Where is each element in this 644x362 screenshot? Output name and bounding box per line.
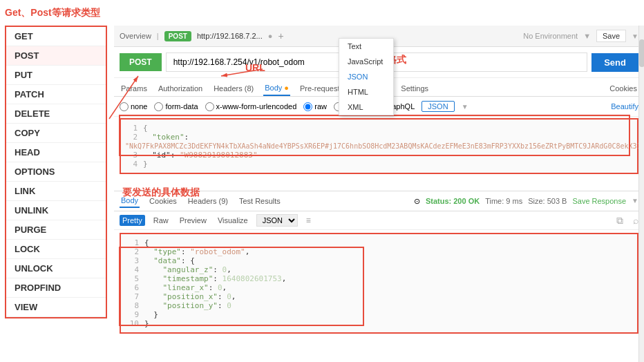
size-text: Size: 503 B: [528, 197, 567, 206]
status-icon: ⊙: [414, 197, 420, 206]
save-button[interactable]: Save: [596, 30, 626, 42]
tab-params[interactable]: Params: [120, 82, 149, 95]
scrollbar-thumb[interactable]: [639, 39, 644, 67]
environment-selector[interactable]: No Environment: [523, 32, 578, 40]
dropdown-json[interactable]: JSON: [339, 69, 393, 84]
raw-radio[interactable]: raw: [303, 102, 327, 111]
sidebar-item-head[interactable]: HEAD: [6, 143, 106, 162]
search-response-icon[interactable]: ⌕: [633, 215, 638, 226]
response-tabs: Body Cookies Headers (9) Test Results ⊙ …: [114, 191, 644, 211]
sidebar-item-propfind[interactable]: PROPFIND: [6, 278, 106, 298]
sidebar-item-post[interactable]: POST: [6, 46, 106, 66]
urlencoded-radio[interactable]: x-www-form-urlencoded: [205, 102, 297, 111]
cookies-link[interactable]: Cookies: [608, 82, 638, 95]
sidebar-item-lock[interactable]: LOCK: [6, 240, 106, 259]
tab-url-display: http://192.168.7.2...: [197, 32, 263, 40]
tab-settings[interactable]: Settings: [399, 82, 430, 95]
view-tab-preview[interactable]: Preview: [177, 215, 209, 226]
line-2: 2 "token": "NkQ7FkPAX8MCZc3DdEKFYN4kTbXA…: [125, 133, 633, 151]
save-response-btn[interactable]: Save Response: [572, 197, 626, 206]
response-body-display: 1{ 2 "type": "robot_odom", 3 "data": { 4…: [120, 233, 638, 334]
json-format-btn[interactable]: JSON: [422, 101, 454, 112]
sidebar-item-purge[interactable]: PURGE: [6, 220, 106, 240]
response-tab-body[interactable]: Body: [120, 194, 140, 208]
sidebar-item-options[interactable]: OPTIONS: [6, 162, 106, 182]
response-tab-headers[interactable]: Headers (9): [187, 195, 229, 207]
method-button[interactable]: POST: [120, 53, 162, 71]
dropdown-text[interactable]: Text: [339, 39, 393, 54]
view-tab-raw[interactable]: Raw: [151, 215, 171, 226]
sidebar-item-delete[interactable]: DELETE: [6, 104, 106, 124]
line-1: 1{: [125, 124, 633, 133]
form-data-radio[interactable]: form-data: [154, 102, 198, 111]
sidebar-item-copy[interactable]: COPY: [6, 124, 106, 143]
response-tab-cookies[interactable]: Cookies: [148, 195, 178, 207]
response-section: Body Cookies Headers (9) Test Results ⊙ …: [114, 191, 644, 334]
sidebar-item-view[interactable]: VIEW: [6, 298, 106, 317]
send-button[interactable]: Send: [591, 53, 638, 72]
request-body-editor[interactable]: 1{ 2 "token": "NkQ7FkPAX8MCZc3DdEKFYN4kT…: [120, 118, 638, 174]
dropdown-xml[interactable]: XML: [339, 99, 393, 115]
overview-btn[interactable]: Overview: [120, 32, 151, 40]
line-4: 4}: [125, 160, 633, 169]
sidebar-item-unlock[interactable]: UNLOCK: [6, 259, 106, 278]
response-tab-test-results[interactable]: Test Results: [238, 195, 282, 207]
sidebar-item-unlink[interactable]: UNLINK: [6, 201, 106, 220]
sidebar: GET POST PUT PATCH DELETE COPY HEAD OPTI…: [5, 26, 107, 318]
status-text: Status: 200 OK: [426, 197, 480, 206]
tab-headers[interactable]: Headers (8): [212, 82, 255, 95]
view-tab-visualize[interactable]: Visualize: [215, 215, 251, 226]
sidebar-item-link[interactable]: LINK: [6, 182, 106, 201]
post-badge: POST: [164, 31, 191, 41]
scrollbar-track[interactable]: [638, 26, 644, 362]
line-3: 3 "id": "W98829198012883": [125, 151, 633, 160]
view-tab-pretty[interactable]: Pretty: [120, 215, 145, 226]
response-view-tabs: Pretty Raw Preview Visualize JSON ≡ ⧉ ⌕: [114, 211, 644, 230]
format-dropdown: Text JavaScript JSON HTML XML: [339, 38, 394, 115]
none-radio[interactable]: none: [120, 102, 147, 111]
time-text: Time: 9 ms: [485, 197, 522, 206]
copy-response-icon[interactable]: ⧉: [616, 215, 623, 227]
tab-authorization[interactable]: Authorization: [157, 82, 204, 95]
dropdown-html[interactable]: HTML: [339, 84, 393, 99]
new-tab-btn[interactable]: +: [278, 30, 283, 41]
beautify-link[interactable]: Beautify: [611, 102, 638, 111]
dropdown-javascript[interactable]: JavaScript: [339, 54, 393, 69]
sidebar-item-get[interactable]: GET: [6, 27, 106, 46]
tab-body[interactable]: Body ●: [263, 81, 290, 96]
sidebar-item-patch[interactable]: PATCH: [6, 85, 106, 104]
sidebar-item-put[interactable]: PUT: [6, 66, 106, 85]
response-format-select[interactable]: JSON: [256, 214, 298, 227]
http-methods-label: Get、Post等请求类型: [5, 7, 100, 19]
